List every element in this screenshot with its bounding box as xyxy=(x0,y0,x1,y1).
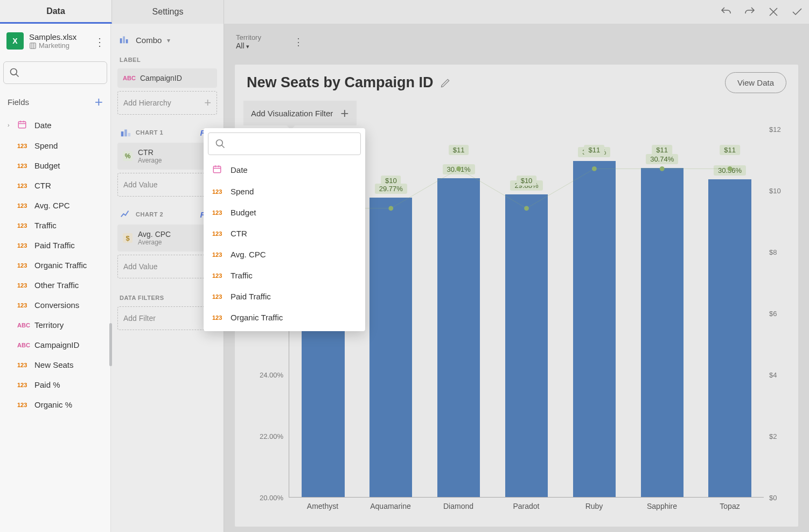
abc-type-icon: ABC xyxy=(17,342,29,348)
num-type-icon: 123 xyxy=(17,282,29,289)
field-row[interactable]: 123CTR xyxy=(0,176,110,195)
right-axis-tick: $12 xyxy=(769,125,781,134)
territory-filter-value[interactable]: All ▾ xyxy=(236,41,261,50)
tab-data[interactable]: Data xyxy=(0,0,112,24)
chart2-value-pill[interactable]: $ Avg. CPC Average xyxy=(117,225,217,251)
svg-point-16 xyxy=(217,140,223,146)
dropdown-item[interactable]: 123Budget xyxy=(207,202,362,223)
dropdown-item-label: Spend xyxy=(231,187,254,196)
fields-search-input[interactable] xyxy=(3,61,107,84)
svg-rect-7 xyxy=(124,130,127,137)
field-row[interactable]: 123Conversions xyxy=(0,295,110,315)
svg-point-14 xyxy=(660,166,665,171)
chevron-down-icon: ▾ xyxy=(246,43,249,50)
svg-rect-17 xyxy=(213,166,221,173)
datasource-menu-icon[interactable]: ⋮ xyxy=(94,36,105,48)
num-type-icon: 123 xyxy=(212,209,224,216)
field-row[interactable]: ABCTerritory xyxy=(0,315,110,335)
svg-point-11 xyxy=(456,166,461,171)
dropdown-item-label: CTR xyxy=(231,229,247,238)
dropdown-item-label: Avg. CPC xyxy=(231,250,266,259)
abc-type-icon: ABC xyxy=(123,75,135,81)
label-field-pill[interactable]: ABC CampaignID xyxy=(117,68,217,88)
field-label: Organic Traffic xyxy=(34,261,87,270)
svg-point-1 xyxy=(11,69,17,75)
scrollbar-thumb[interactable] xyxy=(109,323,112,366)
field-row[interactable]: 123Organic % xyxy=(0,395,110,415)
num-type-icon: 123 xyxy=(17,163,29,169)
x-category-label: Diamond xyxy=(443,502,473,510)
field-row[interactable]: 123New Seats xyxy=(0,355,110,375)
field-label: Budget xyxy=(34,161,60,170)
add-hierarchy-button[interactable]: Add Hierarchy+ xyxy=(117,91,217,115)
field-row[interactable]: 123Paid % xyxy=(0,375,110,395)
dropdown-item-label: Paid Traffic xyxy=(231,292,271,301)
add-value-2-button[interactable]: Add Value+ xyxy=(117,255,217,278)
field-row[interactable]: 123Organic Traffic xyxy=(0,255,110,275)
add-value-1-button[interactable]: Add Value+ xyxy=(117,173,217,197)
x-category-label: Sapphire xyxy=(647,502,677,510)
close-icon[interactable] xyxy=(767,5,780,18)
dropdown-item[interactable]: 123Traffic xyxy=(207,265,362,286)
field-label: CampaignID xyxy=(34,340,79,349)
field-row[interactable]: 123Paid Traffic xyxy=(0,235,110,255)
dropdown-item-label: Budget xyxy=(231,208,256,217)
line-value-label: $11 xyxy=(652,145,672,155)
chart1-header: CHART 1 xyxy=(136,129,163,136)
date-type-icon xyxy=(17,120,29,130)
edit-title-icon[interactable] xyxy=(440,78,451,88)
num-type-icon: 123 xyxy=(212,272,224,279)
right-axis-tick: $2 xyxy=(769,432,777,440)
add-field-icon[interactable]: + xyxy=(95,95,103,109)
confirm-icon[interactable] xyxy=(791,5,804,18)
dropdown-search-input[interactable] xyxy=(208,132,361,155)
svg-point-13 xyxy=(592,166,597,171)
x-category-label: Paradot xyxy=(513,502,539,510)
dropdown-item[interactable]: 123Spend xyxy=(207,181,362,202)
x-category-label: Aquamarine xyxy=(370,502,411,510)
num-type-icon: 123 xyxy=(17,382,29,388)
add-filter-button[interactable]: Add Filter+ xyxy=(117,306,217,330)
dropdown-item[interactable]: Date xyxy=(207,158,362,181)
view-data-button[interactable]: View Data xyxy=(725,72,786,93)
territory-menu-icon[interactable]: ⋮ xyxy=(294,36,303,48)
undo-icon[interactable] xyxy=(720,5,733,18)
dropdown-item[interactable]: 123Organic Traffic xyxy=(207,307,362,328)
plus-icon: + xyxy=(204,97,211,109)
line-chart-icon xyxy=(120,208,131,220)
dropdown-item-label: Date xyxy=(231,165,248,174)
tab-settings[interactable]: Settings xyxy=(112,0,224,24)
field-label: Date xyxy=(34,121,52,130)
chart1-value-pill[interactable]: % CTR Average xyxy=(117,143,217,170)
field-row[interactable]: ABCCampaignID xyxy=(0,335,110,355)
dropdown-item[interactable]: 123CTR xyxy=(207,223,362,244)
line-value-label: $10 xyxy=(381,176,401,186)
left-axis-tick: 20.00% xyxy=(260,494,283,502)
sheet-name: Marketing xyxy=(29,41,76,50)
field-row[interactable]: 123Budget xyxy=(0,156,110,176)
num-type-icon: 123 xyxy=(17,202,29,209)
field-label: Organic % xyxy=(34,400,72,409)
field-row[interactable]: 123Spend xyxy=(0,136,110,156)
field-row[interactable]: 123Avg. CPC xyxy=(0,195,110,215)
chart2-header: CHART 2 xyxy=(136,211,163,218)
dropdown-item[interactable]: 123Paid Traffic xyxy=(207,286,362,307)
field-label: Conversions xyxy=(34,300,79,310)
num-type-icon: 123 xyxy=(17,143,29,149)
line-value-label: $11 xyxy=(584,145,604,155)
field-row[interactable]: ›Date xyxy=(0,114,110,136)
right-axis-tick: $10 xyxy=(769,187,781,195)
filter-field-dropdown: Date123Spend123Budget123CTR123Avg. CPC12… xyxy=(204,128,365,331)
field-label: Territory xyxy=(34,320,64,330)
field-label: Paid Traffic xyxy=(34,241,75,250)
svg-point-12 xyxy=(524,206,529,211)
add-viz-filter-button[interactable]: Add Visualization Filter + xyxy=(243,101,357,125)
dollar-icon: $ xyxy=(123,233,132,243)
top-tabbar: Data Settings xyxy=(0,0,809,24)
field-row[interactable]: 123Other Traffic xyxy=(0,275,110,295)
dropdown-item[interactable]: 123Avg. CPC xyxy=(207,244,362,265)
redo-icon[interactable] xyxy=(743,5,756,18)
line-value-label: $11 xyxy=(720,145,740,155)
viz-type-selector[interactable]: Combo ▾ xyxy=(114,30,220,54)
field-row[interactable]: 123Traffic xyxy=(0,215,110,235)
